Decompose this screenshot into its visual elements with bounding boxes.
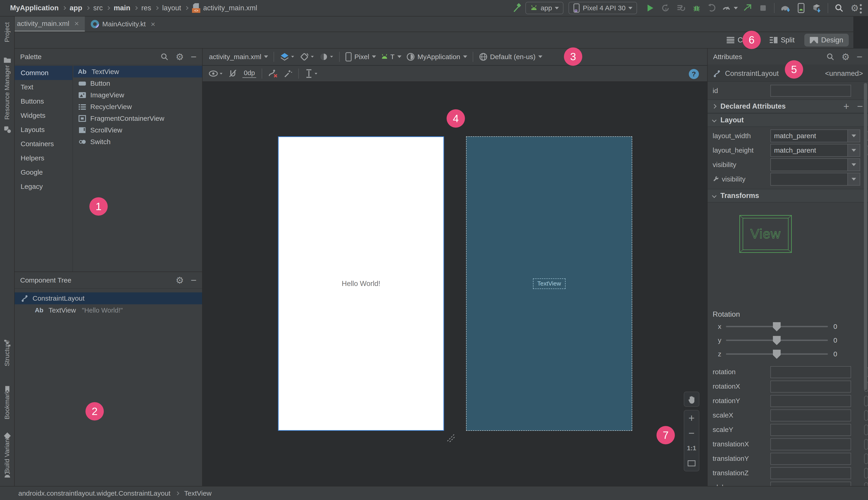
clear-constraints-button[interactable]	[267, 69, 278, 79]
palette-category-text[interactable]: Text	[15, 80, 72, 94]
translation-z-toggle[interactable]	[864, 468, 868, 478]
autoconnect-toggle[interactable]	[228, 69, 238, 78]
design-surface[interactable]: Hello World! TextView + − 1:1	[203, 82, 707, 486]
layout-section-header[interactable]: Layout	[708, 113, 868, 127]
layout-height-combo[interactable]: match_parent	[770, 144, 860, 157]
design-surface-selector[interactable]	[279, 52, 295, 62]
scale-y-input[interactable]	[770, 424, 851, 436]
hide-panel-icon[interactable]: −	[857, 52, 863, 62]
pan-button[interactable]	[684, 391, 699, 407]
tab-mainactivity-kt[interactable]: MainActivity.kt ×	[85, 16, 161, 32]
palette-category-helpers[interactable]: Helpers	[15, 151, 72, 165]
theme-selector[interactable]: MyApplication	[406, 52, 467, 61]
tool-window-structure[interactable]: Structure	[3, 340, 11, 366]
close-icon[interactable]: ×	[74, 19, 79, 28]
slider-thumb[interactable]	[773, 322, 781, 331]
mode-split-button[interactable]: Split	[764, 34, 800, 46]
palette-category-widgets[interactable]: Widgets	[15, 109, 72, 123]
gear-icon[interactable]: ⚙	[842, 52, 850, 61]
status-breadcrumb-selection[interactable]: TextView	[184, 489, 212, 497]
rotation-y-slider[interactable]	[726, 340, 828, 341]
palette-item-imageview[interactable]: ImageView	[73, 89, 202, 101]
palette-category-containers[interactable]: Containers	[15, 137, 72, 151]
tool-window-project[interactable]: Project	[3, 22, 11, 42]
breadcrumb-main[interactable]: main	[114, 4, 130, 12]
tool-window-build-variants[interactable]: Build Variants	[3, 434, 11, 473]
help-icon[interactable]: ?	[689, 69, 699, 79]
visibility-combo[interactable]	[770, 158, 860, 171]
id-input[interactable]	[770, 85, 851, 97]
blueprint-preview[interactable]: TextView	[466, 136, 632, 431]
sdk-manager-icon[interactable]	[811, 2, 823, 14]
translation-x-input[interactable]	[770, 439, 851, 450]
device-manager-icon[interactable]	[795, 2, 807, 14]
layout-file-selector[interactable]: activity_main.xml	[209, 53, 268, 61]
debug-button[interactable]	[690, 2, 703, 14]
palette-category-layouts[interactable]: Layouts	[15, 123, 72, 137]
mode-design-button[interactable]: Design	[804, 34, 849, 46]
transforms-section-header[interactable]: Transforms	[708, 189, 868, 203]
palette-category-legacy[interactable]: Legacy	[15, 179, 72, 194]
search-icon[interactable]	[826, 53, 835, 61]
rotation-input[interactable]	[770, 366, 851, 378]
device-selector[interactable]: Pixel 4 API 30	[569, 2, 637, 14]
scale-x-input[interactable]	[770, 409, 851, 421]
palette-category-common[interactable]: Common	[15, 66, 72, 80]
palette-item-fragmentcontainerview[interactable]: FragmentContainerView	[73, 113, 202, 124]
breadcrumb-file[interactable]: activity_main.xml	[203, 4, 257, 12]
palette-item-scrollview[interactable]: ScrollView	[73, 124, 202, 136]
settings-gear-icon[interactable]: ⚙	[849, 2, 861, 14]
chevron-down-icon[interactable]	[847, 159, 860, 171]
slider-thumb[interactable]	[773, 336, 781, 345]
search-icon[interactable]	[160, 53, 169, 61]
alpha-toggle[interactable]	[864, 482, 868, 486]
infer-constraints-button[interactable]	[283, 69, 293, 79]
hide-panel-icon[interactable]: −	[191, 275, 197, 285]
tool-window-bookmarks[interactable]: Bookmarks	[3, 387, 11, 419]
run-config-selector[interactable]: app	[525, 2, 563, 14]
breadcrumb-app[interactable]: app	[70, 4, 82, 12]
breadcrumb-res[interactable]: res	[141, 4, 151, 12]
palette-item-recyclerview[interactable]: RecyclerView	[73, 101, 202, 113]
breadcrumb-src[interactable]: src	[93, 4, 103, 12]
scale-y-toggle[interactable]	[864, 424, 868, 435]
attributes-scrollbar[interactable]	[864, 83, 867, 390]
declared-attributes-section[interactable]: Declared Attributes + −	[708, 100, 868, 113]
resize-handle[interactable]	[444, 431, 456, 443]
add-attribute-icon[interactable]: +	[844, 101, 849, 112]
design-preview[interactable]: Hello World!	[278, 136, 444, 431]
tools-visibility-combo[interactable]	[770, 173, 860, 185]
layout-width-combo[interactable]: match_parent	[770, 129, 860, 142]
translation-x-toggle[interactable]	[864, 439, 868, 450]
api-version-selector[interactable]: T	[381, 53, 401, 61]
tree-item-textview[interactable]: Ab TextView "Hello World!"	[15, 304, 202, 316]
zoom-out-button[interactable]: −	[684, 425, 699, 441]
remove-attribute-icon[interactable]: −	[857, 101, 863, 111]
device-for-preview-selector[interactable]: Pixel	[345, 52, 376, 61]
status-breadcrumb-class[interactable]: androidx.constraintlayout.widget.Constra…	[18, 489, 171, 497]
palette-category-google[interactable]: Google	[15, 165, 72, 179]
breadcrumb-project[interactable]: MyApplication	[10, 4, 59, 12]
slider-thumb[interactable]	[773, 350, 781, 359]
attach-debugger-icon[interactable]	[742, 2, 753, 14]
zoom-in-button[interactable]: +	[684, 410, 699, 425]
tree-item-constraintlayout[interactable]: ConstraintLayout	[15, 292, 202, 304]
build-hammer-icon[interactable]	[512, 2, 524, 14]
night-mode-selector[interactable]	[319, 52, 334, 61]
rotation-y-input[interactable]	[770, 395, 851, 407]
chevron-down-icon[interactable]	[847, 173, 860, 185]
hide-panel-icon[interactable]: −	[191, 52, 197, 62]
gear-icon[interactable]: ⚙	[175, 52, 184, 61]
rotation-y-toggle[interactable]	[864, 396, 868, 406]
locale-selector[interactable]: Default (en-us)	[479, 52, 542, 61]
palette-item-button[interactable]: Button	[73, 78, 202, 89]
tab-options-kebab-icon[interactable]	[860, 4, 862, 15]
hello-world-text[interactable]: Hello World!	[279, 280, 443, 288]
breadcrumb-layout[interactable]: layout	[162, 4, 181, 12]
view-options-selector[interactable]	[208, 69, 223, 78]
translation-y-input[interactable]	[770, 453, 851, 465]
chevron-down-icon[interactable]	[847, 144, 860, 156]
close-icon[interactable]: ×	[151, 20, 155, 29]
run-button[interactable]	[644, 2, 656, 14]
blueprint-textview[interactable]: TextView	[533, 279, 566, 289]
